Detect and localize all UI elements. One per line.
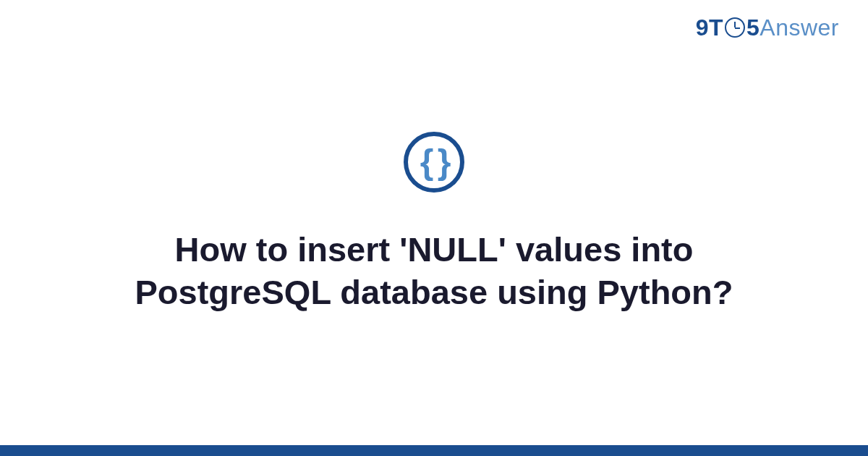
question-title: How to insert 'NULL' values into Postgre…	[72, 229, 796, 314]
category-icon-circle: { }	[404, 132, 464, 193]
footer-bar	[0, 445, 868, 456]
main-content: { } How to insert 'NULL' values into Pos…	[0, 0, 868, 445]
code-braces-icon: { }	[420, 145, 448, 180]
